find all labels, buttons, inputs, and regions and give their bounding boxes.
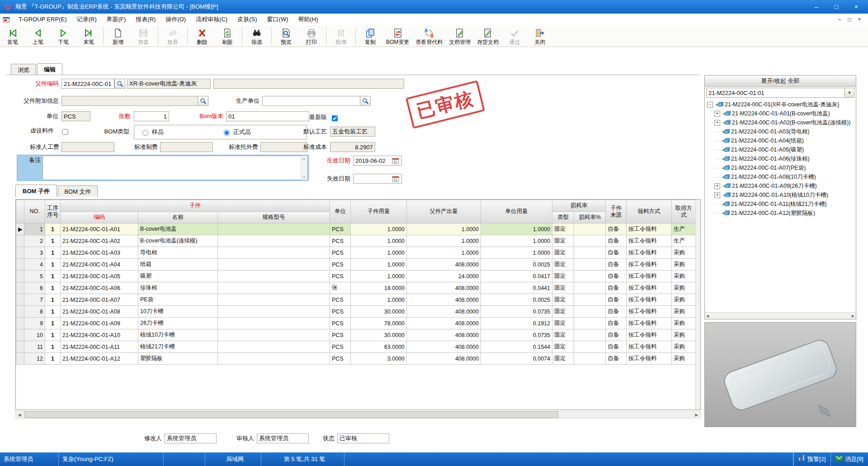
mdi-minimize-button[interactable]: – — [835, 16, 844, 23]
bom-child-row[interactable]: 8121-M2224-00C-01-A0810刀卡槽PCS30.0000408.… — [16, 306, 696, 318]
header-child-qty[interactable]: 子件用量 — [351, 200, 407, 223]
copy-button[interactable]: 复制 — [358, 27, 383, 47]
header-spec[interactable]: 规格型号 — [218, 212, 330, 223]
scroll-left-icon[interactable]: ◀ — [16, 413, 23, 417]
tab-browse[interactable]: 浏览 — [11, 64, 36, 75]
header-loss-rate[interactable]: 损耗率% — [574, 212, 606, 223]
bom-child-row[interactable]: 11121-M2224-00C-01-A11植绒21刀卡槽PCS63.00004… — [16, 341, 696, 353]
bom-version-combo[interactable]: 21-M2224-00C-01:01 ▼ — [706, 88, 854, 98]
tab-edit[interactable]: 编辑 — [37, 63, 62, 75]
bom-child-row[interactable]: 7121-M2224-00C-01-A07PE袋PCS1.0000408.000… — [16, 294, 696, 306]
delete-button[interactable]: 删除 — [189, 27, 215, 47]
prev-button[interactable]: 上笔 — [25, 27, 51, 47]
bom-child-row[interactable]: 4121-M2224-00C-01-A04纸箱PCS1.0000408.0000… — [16, 259, 696, 271]
tree-item[interactable]: +21-M2224-00C-01-A01(B-cover电池盖) — [705, 109, 856, 118]
bom-child-row[interactable]: 2121-M2224-00C-01-A02B-cover电池盖(连续模)PCS1… — [16, 235, 696, 247]
remark-textarea[interactable] — [42, 156, 301, 180]
tree-item[interactable]: +21-M2224-00C-01-A09(26刀卡槽) — [705, 181, 856, 190]
menu-item-record[interactable]: 记录(R) — [72, 16, 102, 23]
menu-item-flow-audit[interactable]: 流程审核(C) — [191, 16, 232, 23]
menu-item-interface[interactable]: 界面(F) — [102, 16, 131, 23]
tree-item[interactable]: +21-M2224-00C-01-A10(植绒10刀卡槽) — [705, 190, 856, 200]
bom-type-option-formal[interactable]: 正式品 — [222, 127, 251, 137]
tree-item[interactable]: 21-M2224-00C-01-A03(导电棉) — [705, 127, 856, 136]
header-unit-qty[interactable]: 单位用量 — [481, 200, 552, 223]
prod-unit-field[interactable] — [262, 96, 360, 106]
header-pick-method[interactable]: 领料方式 — [627, 200, 672, 223]
scroll-left-icon[interactable]: ◀ — [706, 314, 709, 318]
expand-icon[interactable]: + — [714, 183, 720, 189]
statusbar-message[interactable]: 消息[9] — [830, 452, 868, 466]
tree-horizontal-scrollbar[interactable]: ◀ ▶ — [705, 312, 856, 319]
statusbar-alert[interactable]: 预警[2] — [793, 452, 830, 466]
prod-unit-lookup-button[interactable] — [360, 96, 371, 106]
maximize-button[interactable]: □ — [826, 0, 846, 14]
bom-child-row[interactable]: 6121-M2224-00C-01-A06珍珠棉张18.0000408.0000… — [16, 282, 696, 294]
tree-item[interactable]: 21-M2224-00C-01-A12(塑胶隔板) — [705, 209, 856, 218]
tab-bom-file[interactable]: BOM 文件 — [58, 185, 98, 197]
formal-radio[interactable] — [224, 130, 230, 136]
header-parent-output[interactable]: 父件产出量 — [407, 200, 481, 223]
close-button[interactable]: × — [846, 0, 866, 14]
tab-bom-child[interactable]: BOM 子件 — [15, 185, 57, 197]
print-button[interactable]: 打印 — [299, 27, 324, 47]
new-button[interactable]: 新增 — [105, 27, 131, 47]
last-button[interactable]: 末笔 — [76, 27, 101, 47]
expand-icon[interactable]: + — [714, 120, 720, 126]
tree-item[interactable]: 21-M2224-00C-01-A06(珍珠棉) — [705, 154, 856, 163]
header-unit[interactable]: 单位 — [330, 200, 351, 223]
virtual-part-checkbox[interactable] — [62, 129, 68, 135]
tree-item[interactable]: −21-M2224-00C-01(XR-B-cover电池盖-奥迪灰) — [705, 100, 856, 109]
parent-extra-lookup-button[interactable] — [198, 96, 208, 106]
menu-item-tgroup-erp[interactable]: T-GROUP ERP(E) — [14, 16, 72, 23]
first-button[interactable]: 首笔 — [0, 27, 25, 47]
expand-icon[interactable]: + — [714, 111, 720, 117]
menu-item-report[interactable]: 报表(R) — [131, 16, 160, 23]
expand-collapse-all-button[interactable]: 展开/收起 全部 — [705, 76, 856, 87]
minimize-button[interactable]: – — [807, 0, 826, 14]
view-substitute-button[interactable]: AB查看替代料 — [412, 27, 446, 47]
preview-button[interactable]: 预览 — [274, 27, 299, 47]
menu-item-skin[interactable]: 皮肤(S) — [232, 16, 262, 23]
tree-item[interactable]: 21-M2224-00C-01-A08(10刀卡槽) — [705, 172, 856, 181]
header-no[interactable]: NO. — [24, 200, 45, 223]
header-source[interactable]: 子件来源 — [606, 200, 627, 223]
next-button[interactable]: 下笔 — [51, 27, 76, 47]
bom-child-row[interactable]: 12121-M2224-00C-01-A12塑胶隔板PCS3.0000408.0… — [16, 353, 696, 365]
menu-item-operate[interactable]: 操作(O) — [160, 16, 191, 23]
header-seq[interactable]: 工序序号 — [45, 200, 61, 223]
refresh-button[interactable]: 刷新 — [215, 27, 240, 47]
chevron-down-icon[interactable]: ▼ — [844, 88, 854, 97]
close-button[interactable]: 关闭 — [527, 27, 552, 47]
scroll-right-icon[interactable]: ▶ — [693, 413, 700, 417]
expand-icon[interactable]: + — [714, 192, 720, 198]
filter-button[interactable]: 筛选 — [244, 27, 269, 47]
tree-item[interactable]: 21-M2224-00C-01-A11(植绒21刀卡槽) — [705, 200, 856, 209]
bom-child-row[interactable]: 5121-M2224-00C-01-A05吸塑PCS1.000024.00000… — [16, 271, 696, 282]
doc-manage-button[interactable]: 文档管理 — [446, 27, 474, 47]
bom-child-row[interactable]: 10121-M2224-00C-01-A10植绒10刀卡槽PCS30.00004… — [16, 329, 696, 341]
mdi-restore-button[interactable]: □ — [844, 16, 854, 23]
bom-child-row[interactable]: 9121-M2224-00C-01-A0926刀卡槽PCS78.0000408.… — [16, 318, 696, 329]
bom-type-option-sample[interactable]: 样品 — [140, 127, 164, 137]
grid-horizontal-scrollbar[interactable]: ◀ ▶ — [15, 411, 701, 418]
effective-date-calendar-button[interactable]: 31 — [391, 157, 401, 165]
grid-vertical-scrollbar[interactable]: ⋮ — [695, 200, 700, 409]
menu-item-window[interactable]: 窗口(W) — [262, 16, 293, 23]
header-loss-type[interactable]: 类型 — [552, 212, 574, 223]
bom-change-button[interactable]: BOM变更 — [383, 27, 412, 47]
menu-item-help[interactable]: 帮助(H) — [293, 16, 323, 23]
batch-field[interactable] — [134, 111, 169, 121]
sample-radio[interactable] — [142, 130, 148, 136]
header-name[interactable]: 名称 — [138, 212, 218, 223]
parent-code-lookup-button[interactable] — [114, 79, 125, 89]
inventory-doc-button[interactable]: 存货文档 — [474, 27, 502, 47]
tree-item[interactable]: +21-M2224-00C-01-A02(B-cover电池盖(连续模)) — [705, 118, 856, 127]
scroll-right-icon[interactable]: ▶ — [852, 314, 854, 318]
header-acquire[interactable]: 取得方式 — [672, 200, 696, 223]
bom-child-row[interactable]: 3121-M2224-00C-01-A03导电棉PCS1.00001.00001… — [16, 247, 696, 259]
bom-child-row[interactable]: ▶1121-M2224-00C-01-A01B-cover电池盖PCS1.000… — [16, 223, 696, 235]
scrollbar-thumb[interactable] — [24, 411, 558, 418]
header-code[interactable]: 编码 — [61, 212, 138, 223]
expire-date-calendar-button[interactable]: 31 — [391, 175, 401, 183]
